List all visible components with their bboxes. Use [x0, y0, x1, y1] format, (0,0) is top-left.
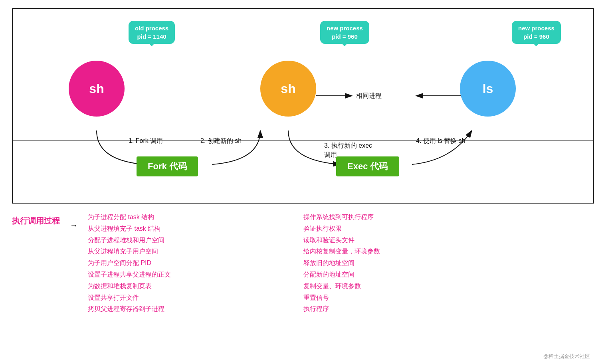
fork-item-8: 设置共享打开文件 — [88, 292, 171, 304]
exec-item-2: 验证执行权限 — [303, 223, 380, 235]
fork-item-7: 为数据和堆栈复制页表 — [88, 281, 171, 292]
exec-item-7: 复制变量、环境参数 — [303, 281, 380, 292]
step-1-label: 1. Fork 调用 — [129, 136, 163, 145]
execution-arrow: → — [70, 221, 78, 230]
diagram-divider — [13, 140, 593, 141]
step-2-label: 2. 创建新的 sh — [200, 136, 242, 145]
exec-item-9: 执行程序 — [303, 303, 380, 315]
fork-item-3: 分配子进程堆栈和用户空间 — [88, 235, 171, 246]
step-3-label: 3. 执行新的 exec 调用 — [324, 133, 372, 159]
fork-item-5: 为子用户空间分配 PID — [88, 257, 171, 269]
watermark: @稀土掘金技术社区 — [543, 353, 590, 360]
step-4-label: 4. 使用 ls 替换 sh — [416, 136, 465, 145]
exec-item-4: 给内核复制变量，环境参数 — [303, 246, 380, 257]
exec-list: 操作系统找到可执行程序 验证执行权限 读取和验证头文件 给内核复制变量，环境参数… — [303, 212, 380, 315]
same-process-label: 相同进程 — [356, 92, 382, 100]
circle-sh-orange: sh — [260, 61, 316, 117]
main-container: old process pid = 1140 new process pid =… — [0, 0, 606, 364]
exec-item-1: 操作系统找到可执行程序 — [303, 212, 380, 223]
fork-item-4: 从父进程填充子用户空间 — [88, 246, 171, 257]
exec-item-3: 读取和验证头文件 — [303, 235, 380, 246]
execution-label: 执行调用过程 — [12, 216, 60, 226]
exec-item-8: 重置信号 — [303, 292, 380, 304]
callout-old-process: old process pid = 1140 — [129, 21, 175, 44]
diagram-box: old process pid = 1140 new process pid =… — [12, 8, 594, 204]
fork-list: 为子进程分配 task 结构 从父进程填充子 task 结构 分配子进程堆栈和用… — [88, 212, 171, 315]
fork-item-9: 拷贝父进程寄存器到子进程 — [88, 303, 171, 315]
fork-item-6: 设置子进程共享父进程的正文 — [88, 269, 171, 281]
exec-item-5: 释放旧的地址空间 — [303, 257, 380, 269]
fork-code-box: Fork 代码 — [137, 156, 198, 176]
fork-item-1: 为子进程分配 task 结构 — [88, 212, 171, 223]
circle-sh-pink: sh — [69, 61, 125, 117]
exec-item-6: 分配新的地址空间 — [303, 269, 380, 281]
circle-ls-blue: ls — [460, 61, 516, 117]
callout-new-process-2: new process pid = 960 — [512, 21, 561, 44]
callout-new-process-1: new process pid = 960 — [320, 21, 369, 44]
fork-item-2: 从父进程填充子 task 结构 — [88, 223, 171, 235]
exec-code-box: Exec 代码 — [336, 156, 399, 176]
